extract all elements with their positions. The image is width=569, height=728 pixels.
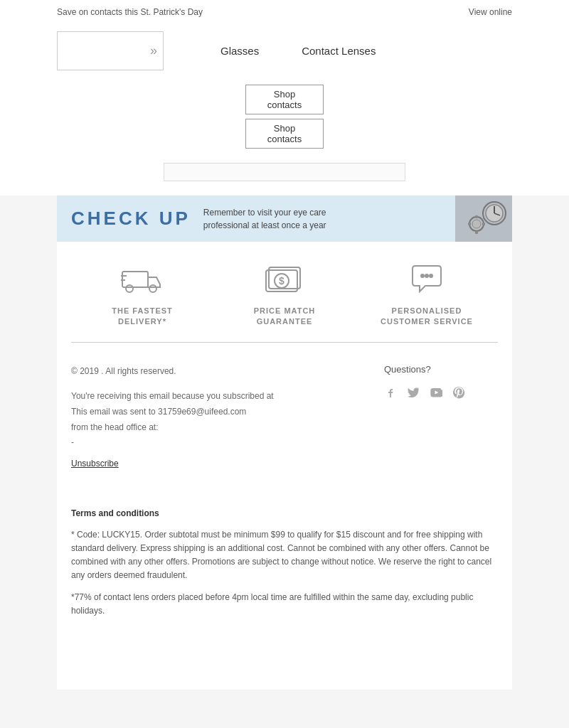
nav-links: Glasses Contact Lenses: [220, 45, 376, 57]
facebook-icon[interactable]: [384, 386, 397, 402]
svg-point-20: [420, 274, 425, 278]
checkup-left: CHECK UP Remember to visit your eye care…: [57, 206, 326, 232]
svg-rect-9: [468, 223, 471, 225]
service-label: PERSONALISED CUSTOMER SERVICE: [381, 306, 473, 328]
checkup-decoration-svg: [455, 196, 512, 242]
svg-rect-8: [475, 231, 478, 234]
footer: © 2019 . All rights reserved. You're rec…: [57, 343, 512, 493]
glasses-nav-link[interactable]: Glasses: [220, 45, 259, 57]
head-office: from the head office at:: [71, 420, 356, 436]
email-sent: This email was sent to 31759e69@uifeed.c…: [71, 405, 356, 420]
header: » Glasses Contact Lenses: [0, 24, 569, 70]
checkup-image: [455, 196, 512, 242]
delivery-icon: [121, 263, 164, 297]
price-label-line2: GUARANTEE: [254, 316, 316, 327]
terms-text1: * Code: LUCKY15. Order subtotal must be …: [71, 528, 498, 583]
unsubscribe[interactable]: Unsubscribe: [71, 456, 356, 472]
pinterest-icon[interactable]: [452, 386, 465, 402]
delivery-label-line2: DELIVERY*: [112, 316, 173, 327]
checkup-title: CHECK UP: [71, 208, 191, 230]
logo-arrow: »: [150, 43, 157, 58]
footer-dash: -: [71, 435, 356, 451]
price-icon: $: [263, 263, 306, 297]
footer-left: © 2019 . All rights reserved. You're rec…: [71, 364, 356, 472]
footer-right: Questions?: [384, 364, 498, 472]
bottom-space: [57, 647, 512, 690]
top-bar: Save on contacts this St. Patrick's Day …: [0, 0, 569, 24]
twitter-icon[interactable]: [407, 386, 420, 402]
service-label-line1: PERSONALISED: [381, 306, 473, 316]
youtube-icon[interactable]: [430, 386, 442, 402]
shop-contacts-button-2[interactable]: Shop contacts: [245, 119, 324, 149]
copyright: © 2019 . All rights reserved.: [71, 364, 356, 380]
svg-point-21: [425, 274, 429, 278]
checkup-text: Remember to visit your eye care professi…: [203, 206, 326, 232]
delivery-label: THE FASTEST DELIVERY*: [112, 306, 173, 328]
svg-point-6: [472, 220, 481, 228]
email-notice: You're receiving this email because you …: [71, 389, 356, 405]
service-label-line2: CUSTOMER SERVICE: [381, 316, 473, 327]
feature-price: $ PRICE MATCH GUARANTEE: [228, 263, 341, 328]
feature-service: PERSONALISED CUSTOMER SERVICE: [370, 263, 484, 328]
svg-point-13: [149, 285, 156, 292]
view-online-link[interactable]: View online: [469, 7, 512, 17]
terms-section: Terms and conditions * Code: LUCKY15. Or…: [57, 493, 512, 646]
questions-label: Questions?: [384, 364, 431, 375]
shop-contacts-area: Shop contacts Shop contacts: [0, 70, 569, 163]
svg-rect-11: [122, 272, 148, 287]
feature-delivery: THE FASTEST DELIVERY*: [85, 263, 199, 328]
svg-text:$: $: [279, 275, 284, 287]
price-label-line1: PRICE MATCH: [254, 306, 316, 316]
features-section: THE FASTEST DELIVERY* $ PRICE MATCH GUAR…: [57, 242, 512, 342]
service-icon: [405, 263, 448, 297]
delivery-label-line1: THE FASTEST: [112, 306, 173, 316]
svg-rect-7: [475, 215, 478, 218]
divider-input: [164, 163, 405, 181]
price-label: PRICE MATCH GUARANTEE: [254, 306, 316, 328]
terms-text2: *77% of contact lens orders placed befor…: [71, 591, 498, 618]
svg-rect-10: [482, 223, 485, 225]
logo-box: »: [57, 31, 164, 70]
promo-text: Save on contacts this St. Patrick's Day: [57, 7, 203, 17]
checkup-banner: CHECK UP Remember to visit your eye care…: [57, 196, 512, 242]
terms-title: Terms and conditions: [71, 507, 498, 520]
checkup-line1: Remember to visit your eye care: [203, 206, 326, 219]
social-icons: [384, 386, 465, 402]
contact-lenses-nav-link[interactable]: Contact Lenses: [302, 45, 376, 57]
divider-area: [0, 163, 569, 196]
shop-contacts-button-1[interactable]: Shop contacts: [245, 85, 324, 114]
svg-point-22: [429, 274, 433, 278]
svg-point-12: [126, 285, 133, 292]
checkup-line2: professional at least once a year: [203, 219, 326, 232]
